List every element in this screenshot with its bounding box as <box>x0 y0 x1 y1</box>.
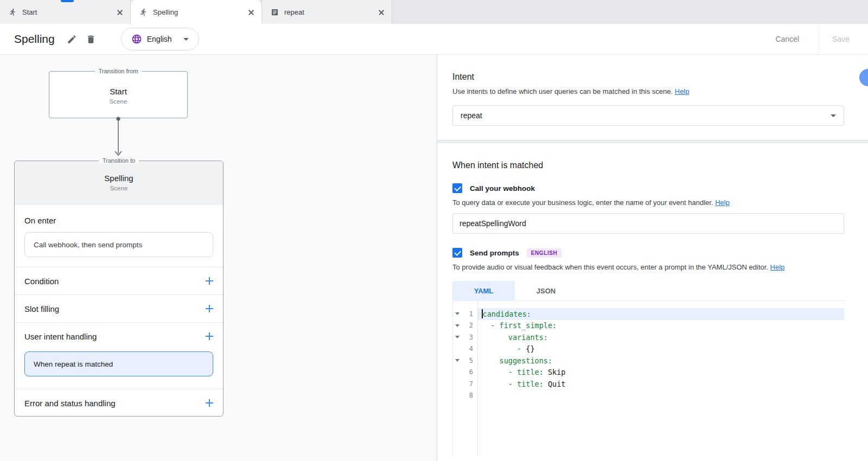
code-line[interactable]: candidates: <box>478 308 844 320</box>
send-prompts-checkbox[interactable] <box>452 248 462 258</box>
scene-node-header[interactable]: Spelling Scene <box>15 161 223 204</box>
code-line[interactable]: - title: Skip <box>478 367 844 379</box>
transition-to-label: Transition to <box>99 157 139 164</box>
scene-node-spelling: Transition to Spelling Scene On enter Ca… <box>14 161 224 417</box>
code-token: - <box>482 344 526 353</box>
code-token: {} <box>526 344 534 353</box>
intent-handler-chip-wrap: When repeat is matched <box>15 350 223 389</box>
line-number: 5 <box>462 357 477 364</box>
webhook-description-text: To query data or execute your business l… <box>452 199 713 207</box>
language-badge: ENGLISH <box>527 248 562 258</box>
scene-canvas[interactable]: Transition from Start Scene Transition t… <box>0 55 437 461</box>
webhook-help-link[interactable]: Help <box>715 199 730 207</box>
delete-scene-button[interactable] <box>86 34 96 44</box>
walking-person-icon <box>139 8 148 16</box>
code-line[interactable]: variants: <box>478 331 844 343</box>
fold-arrow-icon[interactable] <box>455 312 459 315</box>
tab-bar: StartSpellingrepeat <box>0 0 868 24</box>
node-title: Spelling <box>15 174 223 183</box>
fold-arrow-icon[interactable] <box>455 324 459 327</box>
format-tab-yaml[interactable]: YAML <box>452 281 515 300</box>
webhook-checkbox[interactable] <box>452 183 462 193</box>
save-button[interactable]: Save <box>819 35 854 43</box>
globe-icon <box>131 34 142 44</box>
code-line[interactable]: - {} <box>478 343 844 355</box>
line-number: 7 <box>462 380 477 388</box>
transition-arrow <box>111 117 126 160</box>
chevron-down-icon <box>183 38 189 41</box>
node-subtitle: Scene <box>49 98 187 105</box>
fold-column <box>453 336 462 338</box>
editor-tab-repeat[interactable]: repeat <box>261 0 392 24</box>
line-number: 3 <box>462 334 477 341</box>
add-icon[interactable] <box>206 305 213 312</box>
node-title: Start <box>49 87 187 96</box>
editor-code-area[interactable]: candidates: - first_simple: variants: - … <box>478 301 844 457</box>
walking-person-icon <box>9 8 17 16</box>
fold-column <box>453 359 462 362</box>
code-token: Skip <box>548 368 566 376</box>
fold-arrow-icon[interactable] <box>455 359 459 362</box>
editor-tab-spelling[interactable]: Spelling <box>131 0 261 24</box>
gutter-row: 7 <box>453 378 477 390</box>
intent-panel: Intent Use intents to define which user … <box>437 55 868 461</box>
line-number: 4 <box>462 345 477 353</box>
close-icon[interactable] <box>246 7 256 17</box>
add-icon[interactable] <box>206 332 213 340</box>
fold-arrow-icon[interactable] <box>455 336 459 338</box>
line-number: 6 <box>462 368 477 376</box>
tab-label: repeat <box>284 8 371 16</box>
scene-section-slot-filling: Slot filling <box>15 294 223 322</box>
language-selector[interactable]: English <box>121 28 199 50</box>
intent-handler-chip[interactable]: When repeat is matched <box>24 351 213 376</box>
webhook-description: To query data or execute your business l… <box>452 199 844 207</box>
node-subtitle: Scene <box>15 185 223 191</box>
intent-description-text: Use intents to define which user queries… <box>452 87 673 95</box>
code-line[interactable]: - title: Quit <box>478 378 844 390</box>
gutter-row: 2 <box>453 320 477 332</box>
editor-tab-start[interactable]: Start <box>0 0 131 24</box>
intent-heading: Intent <box>452 55 844 82</box>
section-title: User intent handling <box>24 332 97 341</box>
webhook-label: Call your webhook <box>470 184 535 193</box>
line-number: 2 <box>462 322 477 329</box>
language-label: English <box>147 35 172 43</box>
on-enter-handler-chip[interactable]: Call webhook, then send prompts <box>24 232 213 257</box>
gutter-row: 6 <box>453 367 477 379</box>
code-line[interactable] <box>478 390 844 402</box>
editor-gutter: 12345678 <box>453 301 478 457</box>
intent-select-value: repeat <box>461 111 482 120</box>
prompts-help-link[interactable]: Help <box>770 263 785 271</box>
close-icon[interactable] <box>115 7 125 17</box>
code-line[interactable]: suggestions: <box>478 355 844 367</box>
add-icon[interactable] <box>206 277 213 285</box>
edit-title-button[interactable] <box>67 34 77 44</box>
article-icon <box>271 8 279 16</box>
transition-from-label: Transition from <box>95 68 142 74</box>
scene-section-error-and-status-handling: Error and status handling <box>15 389 223 417</box>
scene-section-condition: Condition <box>15 267 223 294</box>
trash-icon <box>86 34 96 44</box>
gutter-row: 5 <box>453 355 477 367</box>
code-line[interactable]: - first_simple: <box>478 320 844 332</box>
code-token: - title: <box>482 368 548 376</box>
code-token: suggestions: <box>482 356 552 365</box>
add-icon[interactable] <box>206 399 213 407</box>
code-token: - first_simple: <box>482 321 557 330</box>
tab-label: Spelling <box>153 8 241 16</box>
on-enter-section: On enter Call webhook, then send prompts <box>15 204 223 267</box>
line-number: 1 <box>462 310 477 318</box>
close-icon[interactable] <box>376 7 386 17</box>
section-title: Slot filling <box>24 304 59 313</box>
cancel-button[interactable]: Cancel <box>762 35 812 43</box>
fold-column <box>453 312 462 315</box>
intent-select[interactable]: repeat <box>452 105 844 126</box>
scene-node-start[interactable]: Transition from Start Scene <box>49 71 188 118</box>
code-token: - title: <box>482 380 548 388</box>
yaml-editor: 12345678 candidates: - first_simple: var… <box>452 300 844 457</box>
prompts-description: To provide audio or visual feedback when… <box>452 263 844 271</box>
webhook-handler-input[interactable] <box>452 213 844 234</box>
intent-help-link[interactable]: Help <box>675 87 690 95</box>
format-tab-json[interactable]: JSON <box>515 281 577 300</box>
gutter-row: 8 <box>453 390 477 402</box>
